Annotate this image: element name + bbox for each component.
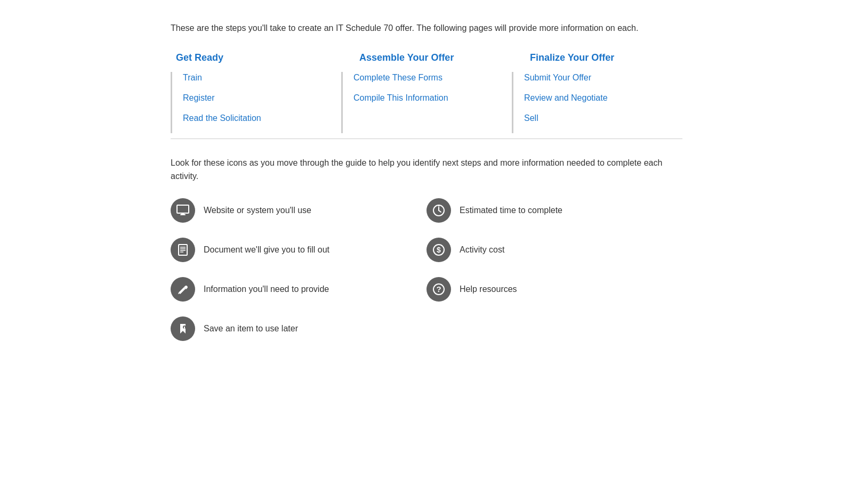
page-container: These are the steps you'll take to creat… (171, 21, 682, 356)
icon-item-document: Document we'll give you to fill out (171, 238, 426, 262)
column-assemble: Complete These Forms Compile This Inform… (341, 72, 512, 133)
question-icon: ? (426, 277, 451, 302)
svg-text:?: ? (436, 284, 441, 294)
document-icon-label: Document we'll give you to fill out (204, 245, 329, 255)
estimated-time-label: Estimated time to complete (460, 206, 562, 215)
help-label: Help resources (460, 284, 517, 294)
svg-rect-0 (177, 205, 189, 213)
icon-item-save: Save an item to use later (171, 316, 426, 341)
icon-item-estimated-time: Estimated time to complete (426, 198, 682, 223)
steps-columns: Train Register Read the Solicitation Com… (171, 72, 682, 133)
pencil-icon (171, 277, 195, 302)
svg-rect-2 (181, 213, 184, 214)
information-label: Information you'll need to provide (204, 284, 329, 294)
link-read-solicitation[interactable]: Read the Solicitation (183, 112, 331, 124)
svg-rect-7 (179, 245, 187, 255)
website-icon-label: Website or system you'll use (204, 206, 311, 215)
svg-text:$: $ (437, 246, 441, 254)
header-finalize: Finalize Your Offer (512, 52, 682, 63)
svg-line-5 (439, 210, 441, 212)
link-submit-offer[interactable]: Submit Your Offer (524, 72, 672, 84)
svg-point-6 (438, 205, 440, 206)
icon-item-help: ? Help resources (426, 277, 682, 302)
divider (171, 139, 682, 139)
column-get-ready: Train Register Read the Solicitation (171, 72, 341, 133)
step-headers: Get Ready Assemble Your Offer Finalize Y… (171, 52, 682, 63)
bookmark-icon (171, 316, 195, 341)
svg-rect-1 (180, 214, 186, 215)
document-icon (171, 238, 195, 262)
column-finalize: Submit Your Offer Review and Negotiate S… (512, 72, 682, 133)
link-compile-information[interactable]: Compile This Information (353, 92, 501, 104)
clock-icon (426, 198, 451, 223)
dollar-icon: $ (426, 238, 451, 262)
link-review-negotiate[interactable]: Review and Negotiate (524, 92, 672, 104)
icons-grid: Website or system you'll use Estimated t… (171, 198, 682, 356)
link-train[interactable]: Train (183, 72, 331, 84)
header-assemble: Assemble Your Offer (341, 52, 512, 63)
link-register[interactable]: Register (183, 92, 331, 104)
icon-item-information: Information you'll need to provide (171, 277, 426, 302)
link-complete-forms[interactable]: Complete These Forms (353, 72, 501, 84)
icon-item-website: Website or system you'll use (171, 198, 426, 223)
header-get-ready: Get Ready (171, 52, 341, 63)
icon-item-activity-cost: $ Activity cost (426, 238, 682, 262)
save-label: Save an item to use later (204, 324, 298, 334)
icons-intro-text: Look for these icons as you move through… (171, 156, 682, 183)
intro-text: These are the steps you'll take to creat… (171, 21, 682, 35)
activity-cost-label: Activity cost (460, 245, 504, 255)
website-icon (171, 198, 195, 223)
link-sell[interactable]: Sell (524, 112, 672, 124)
